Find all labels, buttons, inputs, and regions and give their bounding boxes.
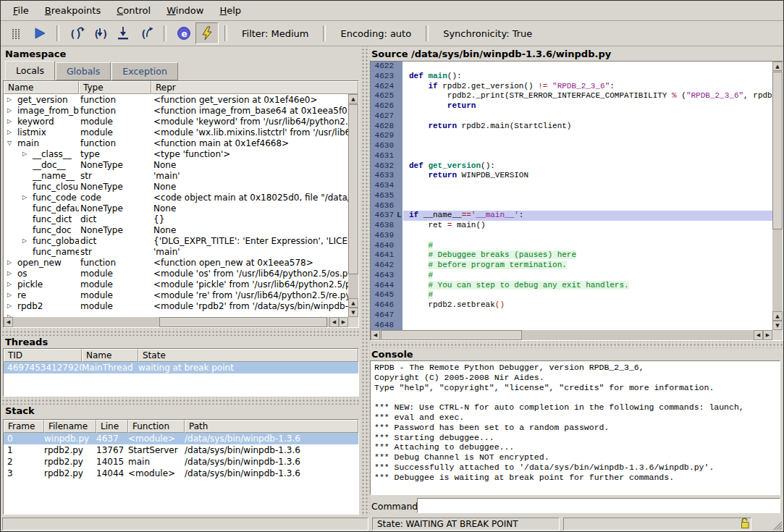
tree-toggle-icon[interactable] — [7, 292, 17, 298]
line-number[interactable]: 4639 — [371, 231, 396, 241]
return-button[interactable]: ( — [135, 22, 158, 44]
menu-file[interactable]: File — [5, 2, 37, 19]
namespace-row[interactable]: func_doc NoneType None — [4, 224, 348, 235]
namespace-row[interactable]: image_from_b function <function image_fr… — [4, 105, 348, 116]
source-line[interactable]: 4625 rpdb2._print(STR_ERROR_INTERFACE_CO… — [371, 91, 772, 101]
source-line[interactable]: 4644 # You can step to debug any exit ha… — [371, 281, 772, 291]
tree-toggle-icon[interactable] — [22, 151, 33, 157]
scroll-left-icon[interactable]: ◀ — [4, 317, 13, 327]
line-number[interactable]: 4641 — [371, 250, 396, 261]
namespace-hscrollbar[interactable]: ◀ ◀ ▶ — [4, 317, 348, 327]
line-number[interactable]: 4623 — [371, 72, 396, 82]
line-number[interactable]: 4635 — [371, 191, 396, 201]
source-hscrollbar[interactable]: ◀ ◀ ▶ — [371, 330, 772, 340]
stack-frame-row[interactable]: 2 rpdb2.py 14015 main /data/sys/bin/winp… — [4, 456, 358, 468]
tab-exception[interactable]: Exception — [111, 62, 178, 80]
tree-toggle-icon[interactable] — [22, 205, 33, 211]
namespace-row[interactable]: re module <module 're' from '/usr/lib64/… — [4, 290, 348, 300]
tree-toggle-icon[interactable] — [7, 281, 17, 287]
tree-toggle-icon[interactable] — [22, 183, 33, 190]
tree-toggle-icon[interactable] — [22, 248, 33, 255]
namespace-row[interactable]: main function <function main at 0x1ef466… — [4, 138, 348, 148]
source-line[interactable]: 4645 # — [371, 290, 772, 300]
source-line[interactable]: 4633 return WINPDB_VERSION — [371, 171, 772, 181]
namespace-row[interactable]: func_defaul NoneType None — [4, 203, 348, 214]
tree-toggle-icon[interactable] — [7, 118, 17, 124]
column-header-frame[interactable]: Frame — [4, 420, 44, 433]
source-console-sash[interactable] — [370, 342, 784, 348]
menu-breakpoints[interactable]: Breakpoints — [37, 2, 109, 19]
tree-toggle-icon[interactable] — [22, 161, 33, 168]
source-line[interactable]: 4627 — [371, 111, 772, 122]
line-number[interactable]: 4646 — [371, 300, 396, 311]
line-number[interactable]: 4647 — [371, 311, 396, 321]
namespace-row[interactable]: __class__ type <type 'function'> — [4, 148, 348, 159]
tree-toggle-icon[interactable] — [7, 129, 17, 135]
line-number[interactable]: 4643 — [371, 271, 396, 281]
source-line[interactable]: 4642 # before program termination. — [371, 261, 772, 271]
tree-toggle-icon[interactable] — [7, 303, 17, 309]
scroll-left-icon[interactable]: ◀ — [371, 330, 380, 340]
line-number[interactable]: 4629 — [371, 131, 396, 141]
tree-toggle-icon[interactable] — [7, 259, 17, 266]
line-number[interactable]: 4628 — [371, 122, 396, 132]
namespace-row[interactable]: func_dict dict {} — [4, 214, 348, 224]
break-button[interactable] — [4, 22, 28, 44]
source-line[interactable]: 4624 if rpdb2.get_version() != "RPDB_2_3… — [371, 82, 772, 92]
source-line[interactable]: 4635 — [371, 191, 772, 201]
scroll-up-icon[interactable]: ▲ — [772, 311, 783, 321]
namespace-row[interactable]: func_code code <code object main at 0x18… — [4, 192, 348, 203]
source-line[interactable]: 4648 — [371, 321, 772, 331]
line-number[interactable]: 4630 — [371, 141, 396, 151]
source-vscrollbar[interactable]: ▲ ▲ ▼ — [772, 62, 783, 330]
column-header-type[interactable]: Type — [79, 81, 151, 94]
menu-control[interactable]: Control — [109, 2, 159, 19]
source-line[interactable]: 4631 — [371, 151, 772, 161]
column-header-name[interactable]: Name — [4, 81, 79, 94]
source-line[interactable]: 4622 — [371, 62, 772, 72]
source-line[interactable]: 4639 — [371, 231, 772, 241]
source-line[interactable]: 4638 ret = main() — [371, 221, 772, 231]
column-header-line[interactable]: Line — [96, 420, 128, 433]
next-button[interactable]: () — [65, 22, 88, 44]
namespace-row[interactable] — [4, 311, 348, 317]
scroll-down-icon[interactable]: ▼ — [348, 308, 358, 317]
line-number[interactable]: 4631 — [371, 151, 396, 161]
main-vertical-sash[interactable] — [361, 46, 370, 516]
line-number[interactable]: 4626 — [371, 101, 396, 111]
column-header-repr[interactable]: Repr — [151, 81, 358, 94]
source-line[interactable]: 4637Lif __name__=='__main__': — [371, 211, 772, 221]
column-header-filename[interactable]: Filename — [44, 420, 96, 433]
scrollbar-thumb[interactable] — [772, 72, 783, 229]
source-line[interactable]: 4629 — [371, 131, 772, 141]
line-number[interactable]: 4625 — [371, 91, 396, 101]
namespace-row[interactable]: __doc__ NoneType None — [4, 159, 348, 170]
line-number[interactable]: 4642 — [371, 261, 396, 271]
scroll-up-icon[interactable]: ▲ — [772, 62, 783, 71]
column-header-tid[interactable]: TID — [4, 349, 82, 362]
line-number[interactable]: 4638 — [371, 221, 396, 231]
tree-toggle-icon[interactable] — [7, 270, 17, 276]
scroll-down-icon[interactable]: ▼ — [772, 321, 783, 330]
source-line[interactable]: 4643 # — [371, 271, 772, 281]
tree-toggle-icon[interactable] — [22, 172, 33, 179]
go-button[interactable] — [28, 22, 51, 44]
scroll-right-icon[interactable]: ▶ — [339, 317, 348, 327]
namespace-row[interactable]: rpdb2 module <module 'rpdb2' from '/data… — [4, 300, 348, 311]
namespace-row[interactable]: get_version function <function get_versi… — [4, 94, 348, 105]
namespace-threads-sash[interactable] — [1, 329, 361, 336]
source-line[interactable]: 4630 — [371, 141, 772, 151]
source-line[interactable]: 4641 # Debuggee breaks (pauses) here — [371, 250, 772, 261]
line-number[interactable]: 4645 — [371, 290, 396, 300]
goto-button[interactable] — [111, 22, 135, 44]
line-number[interactable]: 4644 — [371, 281, 396, 291]
namespace-row[interactable]: func_closur NoneType None — [4, 181, 348, 192]
line-number[interactable]: 4637 — [371, 211, 396, 221]
column-header-path[interactable]: Path — [185, 420, 358, 433]
scroll-right-icon[interactable]: ▶ — [763, 330, 772, 340]
step-button[interactable]: ( ) — [88, 22, 111, 44]
namespace-vscrollbar[interactable]: ▲ ▲ ▼ — [348, 94, 358, 317]
line-number[interactable]: 4627 — [371, 111, 396, 122]
namespace-row[interactable]: open_new function <function open_new at … — [4, 257, 348, 268]
line-number[interactable]: 4632 — [371, 161, 396, 172]
